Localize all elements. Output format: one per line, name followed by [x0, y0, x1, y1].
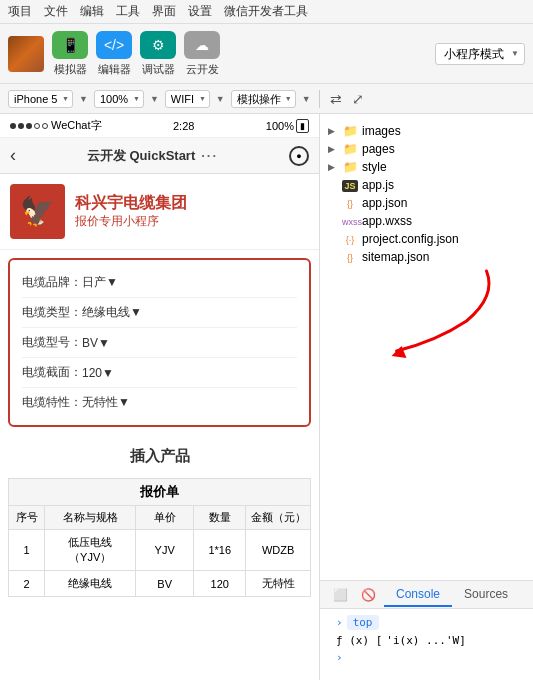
td-name-2: 绝缘电线 — [45, 571, 136, 597]
company-info: 科兴宇电缆集团 报价专用小程序 — [75, 193, 309, 231]
menu-item-interface[interactable]: 界面 — [152, 3, 176, 20]
cloud-btn[interactable]: ☁ 云开发 — [184, 31, 220, 77]
right-panel: ▶ 📁 images ▶ 📁 pages ▶ 📁 style JS app.js — [320, 114, 533, 680]
simulator-btn[interactable]: 📱 模拟器 — [52, 31, 88, 77]
console-input[interactable] — [347, 651, 517, 664]
tree-item-appjs[interactable]: JS app.js — [320, 176, 533, 194]
td-unit-2: BV — [136, 571, 194, 597]
mode-select-wrapper[interactable]: 小程序模式 — [435, 43, 525, 65]
main-content: WeChat字 2:28 100% ▮ ‹ 云开发 QuickStart ···… — [0, 114, 533, 680]
json-file-icon-3: {} — [342, 250, 358, 264]
status-time: 2:28 — [173, 120, 194, 132]
tree-item-appwxss[interactable]: wxss app.wxss — [320, 212, 533, 230]
rotate-icon[interactable]: ⇄ — [328, 91, 344, 107]
tree-item-sitemap[interactable]: {} sitemap.json — [320, 248, 533, 266]
editor-label: 编辑器 — [98, 62, 131, 77]
app-header: 🦅 科兴宇电缆集团 报价专用小程序 — [0, 174, 319, 250]
toolbar2-divider — [319, 90, 320, 108]
simulator-label: 模拟器 — [54, 62, 87, 77]
debugger-icon: ⚙ — [140, 31, 176, 59]
form-label-brand: 电缆品牌： — [22, 274, 82, 291]
form-row-property[interactable]: 电缆特性： 无特性▼ — [22, 388, 297, 417]
tab-sources[interactable]: Sources — [452, 583, 520, 607]
device-select[interactable]: iPhone 5 — [8, 90, 73, 108]
signal-dot-4 — [34, 123, 40, 129]
form-value-type[interactable]: 绝缘电线▼ — [82, 304, 142, 321]
td-qty-2: 120 — [194, 571, 246, 597]
form-value-section[interactable]: 120▼ — [82, 366, 114, 380]
tree-item-appjson[interactable]: {} app.json — [320, 194, 533, 212]
network-select-wrapper[interactable]: WIFI — [165, 90, 210, 108]
nav-record-btn[interactable]: ● — [289, 146, 309, 166]
menu-item-edit[interactable]: 编辑 — [80, 3, 104, 20]
form-row-brand[interactable]: 电缆品牌： 日产▼ — [22, 268, 297, 298]
nav-more-dots[interactable]: ··· — [201, 148, 218, 163]
wechat-navbar: ‹ 云开发 QuickStart ··· ● — [0, 138, 319, 174]
console-content: › top ƒ (x) [ 'i(x) ...'W] › — [320, 609, 533, 680]
menu-item-tools[interactable]: 工具 — [116, 3, 140, 20]
network-select[interactable]: WIFI — [165, 90, 210, 108]
folder-name-images: images — [362, 124, 401, 138]
menu-item-devtools[interactable]: 微信开发者工具 — [224, 3, 308, 20]
main-toolbar: 📱 模拟器 </> 编辑器 ⚙ 调试器 ☁ 云开发 小程序模式 — [0, 24, 533, 84]
company-logo: 🦅 — [10, 184, 65, 239]
device-select-wrapper[interactable]: iPhone 5 — [8, 90, 73, 108]
form-row-section[interactable]: 电缆截面： 120▼ — [22, 358, 297, 388]
quote-table: 序号 名称与规格 单价 数量 金额（元） 1 低压电线（YJV） YJV 1*1… — [8, 505, 311, 597]
simulator-icon: 📱 — [52, 31, 88, 59]
annotation-area — [320, 266, 533, 366]
console-log-text: ƒ (x) [ — [336, 634, 382, 647]
wxss-file-icon: wxss — [342, 214, 358, 228]
table-row: 2 绝缘电线 BV 120 无特性 — [9, 571, 311, 597]
action-select-wrapper[interactable]: 模拟操作 — [231, 90, 296, 108]
menu-item-settings[interactable]: 设置 — [188, 3, 212, 20]
th-amount: 金额（元） — [246, 506, 311, 530]
insert-product-btn[interactable]: 插入产品 — [0, 435, 319, 478]
eagle-icon: 🦅 — [20, 195, 55, 228]
editor-btn[interactable]: </> 编辑器 — [96, 31, 132, 77]
menu-item-project[interactable]: 项目 — [8, 3, 32, 20]
menu-item-file[interactable]: 文件 — [44, 3, 68, 20]
editor-icon: </> — [96, 31, 132, 59]
console-panel-icon[interactable]: ⬜ — [328, 583, 352, 607]
console-cursor-line[interactable]: › — [328, 649, 525, 666]
avatar — [8, 36, 44, 72]
zoom-select[interactable]: 100% — [94, 90, 144, 108]
file-name-appjson: app.json — [362, 196, 407, 210]
tab-console[interactable]: Console — [384, 583, 452, 607]
signal-dot-1 — [10, 123, 16, 129]
console-tabs: ⬜ 🚫 Console Sources — [320, 581, 533, 609]
form-value-model[interactable]: BV▼ — [82, 336, 110, 350]
mode-select[interactable]: 小程序模式 — [435, 43, 525, 65]
td-amount-1: WDZB — [246, 530, 311, 571]
back-button[interactable]: ‹ — [10, 145, 16, 166]
tree-item-projectconfig[interactable]: {·} project.config.json — [320, 230, 533, 248]
console-input-line: › top — [328, 613, 525, 632]
form-row-model[interactable]: 电缆型号： BV▼ — [22, 328, 297, 358]
form-row-type[interactable]: 电缆类型： 绝缘电线▼ — [22, 298, 297, 328]
toolbar2-chevron: ▼ — [79, 94, 88, 104]
signal-dot-5 — [42, 123, 48, 129]
tree-item-style[interactable]: ▶ 📁 style — [320, 158, 533, 176]
action-select[interactable]: 模拟操作 — [231, 90, 296, 108]
folder-icon-images: 📁 — [342, 124, 358, 138]
console-log-line: ƒ (x) [ 'i(x) ...'W] — [328, 632, 525, 649]
cloud-label: 云开发 — [186, 62, 219, 77]
tree-item-pages[interactable]: ▶ 📁 pages — [320, 140, 533, 158]
form-value-brand[interactable]: 日产▼ — [82, 274, 118, 291]
debugger-btn[interactable]: ⚙ 调试器 — [140, 31, 176, 77]
expand-icon[interactable]: ⤢ — [350, 91, 366, 107]
file-name-sitemap: sitemap.json — [362, 250, 429, 264]
action-chevron: ▼ — [302, 94, 311, 104]
console-log-args: 'i(x) ...'W] — [386, 634, 465, 647]
file-name-projectconfig: project.config.json — [362, 232, 459, 246]
form-value-property[interactable]: 无特性▼ — [82, 394, 130, 411]
zoom-select-wrapper[interactable]: 100% — [94, 90, 144, 108]
folder-arrow-style: ▶ — [328, 162, 338, 172]
form-label-section: 电缆截面： — [22, 364, 82, 381]
td-name-1: 低压电线（YJV） — [45, 530, 136, 571]
signal-dot-2 — [18, 123, 24, 129]
tree-item-images[interactable]: ▶ 📁 images — [320, 122, 533, 140]
td-qty-1: 1*16 — [194, 530, 246, 571]
console-filter-icon[interactable]: 🚫 — [356, 583, 380, 607]
